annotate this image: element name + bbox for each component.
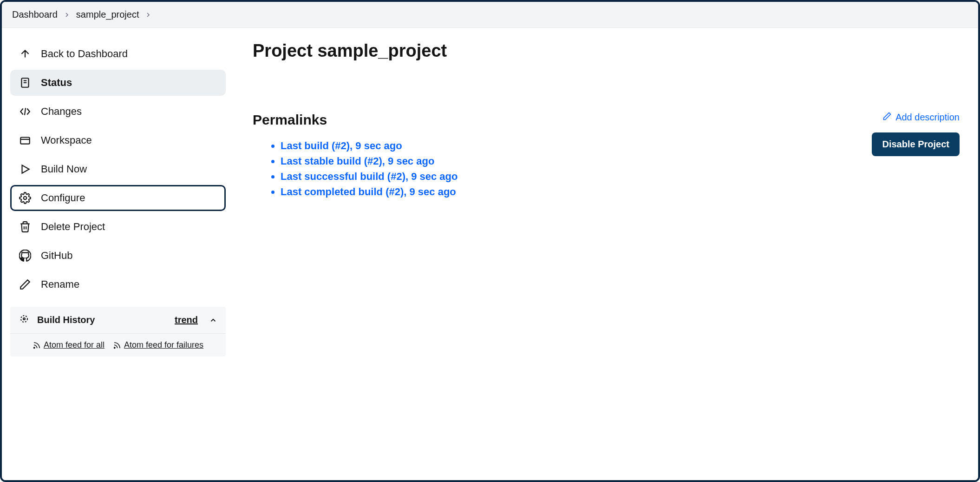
chevron-right-icon — [144, 11, 152, 19]
folder-icon — [19, 134, 32, 147]
sidebar-item-label: GitHub — [41, 250, 72, 262]
svg-point-8 — [24, 197, 27, 200]
svg-line-4 — [25, 108, 26, 115]
permalink-last-stable[interactable]: Last stable build (#2), 9 sec ago — [281, 155, 434, 167]
permalink-last-build[interactable]: Last build (#2), 9 sec ago — [281, 140, 402, 152]
play-icon — [19, 163, 32, 176]
svg-rect-5 — [20, 138, 30, 144]
chevron-up-icon[interactable] — [209, 316, 217, 324]
sidebar-item-label: Workspace — [41, 134, 92, 146]
permalink-item: Last build (#2), 9 sec ago — [281, 138, 960, 153]
sidebar-item-rename[interactable]: Rename — [10, 271, 226, 297]
sidebar: Back to Dashboard Status Changes Workspa… — [2, 28, 234, 480]
pencil-icon — [882, 112, 892, 123]
build-history-title: Build History — [37, 315, 167, 325]
sidebar-item-label: Rename — [41, 278, 79, 291]
svg-point-11 — [34, 347, 35, 348]
add-description-link[interactable]: Add description — [882, 112, 960, 123]
svg-marker-7 — [22, 165, 29, 173]
sidebar-item-label: Status — [41, 77, 72, 89]
sidebar-item-delete[interactable]: Delete Project — [10, 214, 226, 240]
sidebar-item-label: Build Now — [41, 163, 87, 175]
breadcrumb: Dashboard sample_project — [2, 2, 978, 28]
permalinks-list: Last build (#2), 9 sec ago Last stable b… — [253, 138, 960, 199]
sidebar-item-label: Back to Dashboard — [41, 48, 128, 60]
atom-feed-all[interactable]: Atom feed for all — [33, 340, 105, 350]
trash-icon — [19, 220, 32, 233]
permalink-item: Last stable build (#2), 9 sec ago — [281, 153, 960, 169]
target-icon — [19, 313, 30, 327]
github-icon — [19, 249, 32, 262]
permalink-last-successful[interactable]: Last successful build (#2), 9 sec ago — [281, 171, 457, 182]
pencil-icon — [19, 278, 32, 291]
sidebar-item-label: Configure — [41, 192, 85, 204]
sidebar-item-workspace[interactable]: Workspace — [10, 127, 226, 153]
build-history-feeds: Atom feed for all Atom feed for failures — [10, 333, 226, 357]
sidebar-item-changes[interactable]: Changes — [10, 99, 226, 125]
permalink-last-completed[interactable]: Last completed build (#2), 9 sec ago — [281, 186, 456, 198]
chevron-right-icon — [63, 11, 71, 19]
svg-point-12 — [114, 347, 115, 348]
gear-icon — [19, 191, 32, 205]
build-history-panel: Build History trend Atom feed for all At… — [10, 307, 226, 357]
code-icon — [19, 105, 32, 118]
permalink-item: Last completed build (#2), 9 sec ago — [281, 184, 960, 199]
document-icon — [19, 76, 32, 89]
arrow-up-icon — [19, 47, 32, 60]
svg-point-9 — [21, 316, 27, 322]
sidebar-item-label: Delete Project — [41, 221, 105, 233]
permalinks-heading: Permalinks — [253, 112, 960, 128]
atom-feed-failures[interactable]: Atom feed for failures — [113, 340, 203, 350]
sidebar-item-status[interactable]: Status — [10, 70, 226, 96]
trend-link[interactable]: trend — [175, 315, 198, 325]
sidebar-item-configure[interactable]: Configure — [10, 185, 226, 211]
disable-project-button[interactable]: Disable Project — [872, 132, 960, 156]
sidebar-item-label: Changes — [41, 106, 82, 118]
page-title: Project sample_project — [253, 41, 960, 61]
breadcrumb-dashboard[interactable]: Dashboard — [12, 9, 58, 20]
svg-point-10 — [23, 318, 25, 320]
sidebar-item-github[interactable]: GitHub — [10, 243, 226, 269]
build-history-header[interactable]: Build History trend — [10, 307, 226, 333]
sidebar-item-build-now[interactable]: Build Now — [10, 156, 226, 182]
main-content: Project sample_project Add description D… — [234, 28, 978, 480]
breadcrumb-project[interactable]: sample_project — [76, 9, 139, 20]
permalink-item: Last successful build (#2), 9 sec ago — [281, 169, 960, 184]
sidebar-item-back[interactable]: Back to Dashboard — [10, 41, 226, 67]
